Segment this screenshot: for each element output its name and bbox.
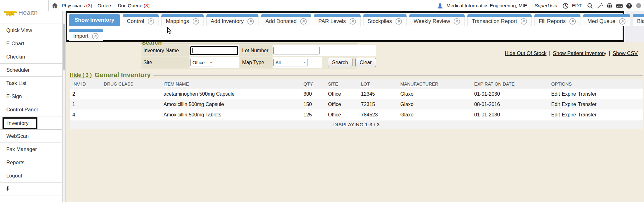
edit-link[interactable]: Edit [551, 112, 560, 117]
home-icon[interactable] [51, 2, 58, 9]
tab-transaction-report[interactable]: Transaction Report [467, 14, 532, 26]
sidebar-item-e-chart[interactable]: E-Chart [0, 37, 62, 50]
nav-physicians[interactable]: Physicians(3) [62, 3, 92, 8]
map-type-label: Map Type [240, 57, 272, 68]
sidebar-item-task-list[interactable]: Task List [0, 76, 62, 90]
sidebar-item-fax-manager[interactable]: Fax Manager [0, 143, 62, 156]
tab-stockpiles[interactable]: Stockpiles [363, 14, 407, 26]
sidebar-item-inventory[interactable]: Inventory [0, 116, 62, 129]
tab-accent-strip [534, 14, 580, 17]
tab-label: Weekly Review [414, 18, 450, 25]
scrollbar-thumb[interactable] [63, 24, 65, 70]
edit-link[interactable]: Edit [551, 91, 560, 97]
globe-icon[interactable] [606, 3, 613, 9]
external-link-icon[interactable] [92, 33, 99, 40]
expire-link[interactable]: Expire [562, 102, 576, 107]
column-header-item-name[interactable]: ITEM NAME [161, 79, 301, 89]
timezone-label: EDT [572, 3, 582, 8]
clock-icon[interactable] [562, 3, 569, 9]
expire-link[interactable]: Expire [562, 91, 576, 97]
avatar-circle[interactable] [636, 3, 642, 9]
site-select[interactable]: Office∨ [190, 59, 214, 66]
tab-import[interactable]: Import [69, 29, 103, 41]
transfer-link[interactable]: Transfer [578, 112, 597, 117]
column-header-lot[interactable]: LOT [358, 79, 398, 89]
column-header-site[interactable]: SITE [325, 79, 358, 89]
cell-options: EditExpireTransfer [549, 89, 643, 99]
external-link-icon[interactable] [349, 18, 356, 25]
cell-manufacturer: Glaxo [398, 109, 472, 120]
tab-add-donated[interactable]: Add Donated [261, 14, 311, 26]
tab-accent-strip [314, 14, 361, 17]
cell-inv-id: 2 [70, 89, 101, 99]
sidebar-item-control-panel[interactable]: Control Panel [0, 103, 62, 116]
link-show-csv[interactable]: Show CSV [613, 50, 638, 56]
inventory-table: INV IDDRUG CLASSITEM NAMEQTYSITELOTMANUF… [70, 79, 643, 120]
sidebar-item-e-sign[interactable]: E-Sign [0, 90, 62, 103]
tab-med-queue[interactable]: Med Queue [583, 14, 630, 26]
column-header-manufacturer[interactable]: MANUFACTURER [398, 79, 472, 89]
cell-item-name: Amoxicillin 500mg Tablets [161, 109, 301, 120]
sidebar-scrollbar[interactable] [62, 11, 66, 202]
table-paging-status: DISPLAYING 1-3 / 3 [70, 120, 643, 129]
keyboard-icon[interactable] [616, 3, 623, 9]
nav-count-badge: (3) [86, 3, 92, 8]
nav-orders[interactable]: Orders [97, 3, 112, 8]
tab-accent-strip [123, 14, 159, 17]
tab-weekly-review[interactable]: Weekly Review [409, 14, 465, 26]
transfer-link[interactable]: Transfer [578, 91, 597, 97]
link-hide-out-of-stock[interactable]: Hide Out Of Stock [505, 50, 547, 56]
sidebar-item-quick-view[interactable]: Quick View [0, 24, 62, 37]
tab-control[interactable]: Control [123, 14, 159, 26]
cell-manufacturer: Glaxo [398, 99, 472, 109]
inventory-name-label: Inventory Name [142, 45, 189, 56]
sidebar-item-checkin[interactable]: Checkin [0, 50, 62, 63]
external-link-icon[interactable] [453, 18, 460, 25]
search-button[interactable]: Search [328, 58, 353, 67]
sidebar-item-webscan[interactable]: WebScan [0, 129, 62, 143]
external-link-icon[interactable] [192, 18, 199, 25]
external-link-icon[interactable] [395, 18, 402, 25]
expire-link[interactable]: Expire [562, 112, 576, 117]
external-link-icon[interactable] [300, 18, 307, 25]
external-link-icon[interactable] [247, 18, 254, 25]
sidebar-item-scheduler[interactable]: Scheduler [0, 63, 62, 76]
external-link-icon[interactable] [619, 18, 626, 25]
tab-blank-labels[interactable]: Blank Labels [633, 14, 644, 26]
edit-link[interactable]: Edit [551, 102, 560, 107]
sidebar-item-reports[interactable]: Reports [0, 156, 62, 169]
tab-mappings[interactable]: Mappings [161, 14, 204, 26]
inventory-name-input[interactable] [190, 46, 238, 55]
inventory-section-header: Hide ( 3 ) General Inventory [70, 71, 643, 79]
tab-fill-reports[interactable]: Fill Reports [534, 14, 580, 26]
tab-par-levels[interactable]: PAR Levels [314, 14, 361, 26]
lot-number-cell [273, 45, 376, 56]
tab-label: PAR Levels [318, 18, 346, 25]
tab-add-inventory[interactable]: Add Inventory [206, 14, 258, 26]
hide-count-link[interactable]: Hide ( 3 ) [70, 72, 92, 78]
pin-sidebar-toggle[interactable] [0, 182, 62, 195]
tab-show-inventory[interactable]: Show Inventory [69, 14, 120, 26]
cell-drug-class [101, 109, 161, 120]
help-icon[interactable]: ? [626, 3, 632, 9]
search-icon[interactable] [587, 3, 593, 9]
clear-button[interactable]: Clear [355, 58, 376, 67]
external-link-icon[interactable] [147, 18, 154, 25]
map-type-select[interactable]: All∨ [273, 59, 308, 66]
top-bar: Physicians(3)OrdersDoc Queue(3) Medical … [0, 0, 644, 11]
lot-number-input[interactable] [273, 47, 320, 54]
cell-lot: 72315 [358, 99, 398, 109]
wand-icon[interactable] [597, 3, 603, 9]
nav-doc-queue[interactable]: Doc Queue(3) [118, 3, 149, 8]
transfer-link[interactable]: Transfer [578, 102, 597, 107]
sidebar-item-logout[interactable]: Logout [0, 169, 62, 182]
tab-label: Import [73, 33, 88, 39]
column-header-drug-class[interactable]: DRUG CLASS [101, 79, 161, 89]
external-link-icon[interactable] [569, 18, 576, 25]
external-link-icon[interactable] [520, 18, 527, 25]
link-show-patient-inventory[interactable]: Show Patient Inventory [553, 50, 606, 56]
cell-item-name: acetaminophen 500mg Capsule [161, 89, 301, 99]
tab-label: Med Queue [587, 18, 615, 25]
column-header-inv-id[interactable]: INV ID [70, 79, 101, 89]
column-header-qty[interactable]: QTY [301, 79, 325, 89]
